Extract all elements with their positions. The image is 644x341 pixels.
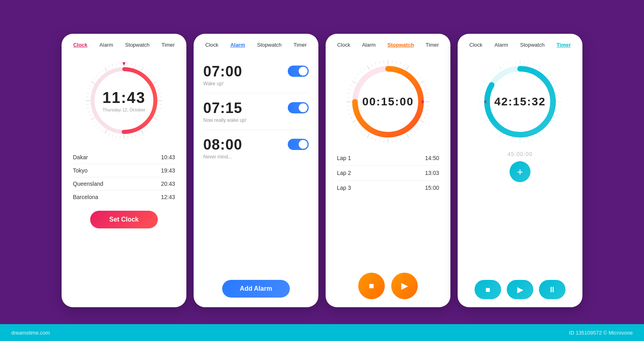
tab-alarm-timer[interactable]: Timer: [292, 41, 308, 49]
svg-line-173: [479, 97, 481, 98]
svg-line-184: [507, 62, 508, 65]
svg-line-155: [528, 140, 528, 142]
svg-line-117: [364, 68, 365, 70]
set-clock-button[interactable]: Set Clock: [90, 211, 158, 228]
tab-sw-clock[interactable]: Clock: [336, 41, 352, 49]
svg-line-107: [347, 106, 349, 106]
world-time-queensland: Queensland 20:43: [73, 177, 175, 191]
tab-clock-clock[interactable]: Clock: [72, 41, 89, 49]
svg-line-97: [371, 138, 372, 140]
svg-line-148: [552, 125, 554, 126]
svg-line-22: [151, 125, 153, 126]
svg-line-109: [347, 97, 349, 98]
city-time: 10:43: [161, 154, 175, 160]
svg-line-88: [407, 134, 409, 138]
svg-line-96: [375, 139, 376, 141]
lap-time-1: 14:50: [425, 155, 439, 161]
tab-timer-clock[interactable]: Clock: [468, 41, 484, 49]
svg-line-152: [539, 134, 541, 138]
svg-line-134: [546, 71, 548, 73]
timer-pause-button[interactable]: ⏸: [539, 280, 566, 299]
main-area: Clock Alarm Stopwatch Timer (function(){…: [54, 26, 590, 315]
svg-line-182: [500, 66, 502, 70]
svg-line-56: [108, 66, 109, 68]
svg-line-146: [556, 118, 558, 119]
timer-stop-button[interactable]: ■: [475, 280, 501, 299]
svg-marker-62: [122, 62, 126, 66]
svg-line-11: [157, 85, 159, 86]
svg-line-149: [549, 128, 551, 129]
timer-play-button[interactable]: ▶: [507, 280, 533, 299]
svg-line-181: [496, 68, 497, 70]
world-time-dakar: Dakar 10:43: [73, 151, 175, 164]
alarm-toggle-1[interactable]: [288, 66, 309, 77]
svg-line-19: [157, 115, 159, 116]
tab-alarm-clock[interactable]: Clock: [204, 41, 220, 49]
tab-timer-timer[interactable]: Timer: [555, 41, 572, 49]
city-name: Queensland: [73, 181, 103, 187]
tab-timer-stopwatch[interactable]: Stopwatch: [518, 41, 546, 49]
svg-line-179: [489, 74, 491, 76]
svg-line-178: [487, 78, 489, 79]
nav-tabs-timer: Clock Alarm Stopwatch Timer: [458, 34, 582, 52]
stopwatch-play-button[interactable]: ▶: [391, 273, 418, 299]
svg-line-139: [557, 89, 559, 90]
tab-sw-alarm[interactable]: Alarm: [360, 41, 377, 49]
svg-line-64: [392, 61, 392, 63]
svg-line-166: [487, 125, 489, 126]
watermark-bar: dreamstime.com ID 135109572 © Microvone: [0, 324, 644, 341]
svg-line-95: [380, 140, 380, 142]
svg-line-112: [350, 85, 353, 86]
svg-line-164: [492, 131, 494, 132]
svg-line-74: [424, 85, 426, 86]
svg-line-147: [552, 120, 556, 123]
add-timer-button[interactable]: +: [510, 161, 530, 182]
svg-line-128: [524, 61, 524, 63]
svg-line-71: [417, 74, 419, 76]
add-alarm-button[interactable]: Add Alarm: [222, 280, 290, 298]
svg-line-76: [426, 93, 429, 94]
svg-line-18: [158, 112, 161, 113]
tab-clock-alarm[interactable]: Alarm: [98, 41, 115, 49]
svg-line-13: [159, 92, 161, 93]
lap-label-3: Lap 3: [337, 185, 351, 191]
city-time: 19:43: [161, 167, 175, 174]
svg-line-114: [355, 78, 357, 79]
svg-line-111: [349, 89, 351, 90]
svg-line-29: [128, 136, 128, 139]
stop-icon: ■: [369, 281, 374, 291]
svg-line-186: [516, 61, 516, 63]
tab-alarm-stopwatch[interactable]: Stopwatch: [256, 41, 283, 49]
svg-line-151: [543, 134, 545, 136]
tab-sw-timer[interactable]: Timer: [424, 41, 441, 49]
tab-clock-timer[interactable]: Timer: [160, 41, 176, 49]
tab-sw-stopwatch[interactable]: Stopwatch: [386, 41, 416, 49]
svg-line-171: [479, 106, 481, 106]
play-icon: ▶: [401, 281, 408, 291]
plus-icon: +: [517, 166, 523, 178]
svg-line-158: [516, 141, 516, 143]
alarm-toggle-2[interactable]: [288, 102, 309, 113]
tab-alarm-alarm[interactable]: Alarm: [229, 41, 247, 49]
svg-line-85: [417, 128, 419, 129]
svg-line-118: [367, 66, 370, 70]
tab-clock-stopwatch[interactable]: Stopwatch: [124, 41, 151, 49]
alarm-item-3: 08:00 Never mind...: [203, 130, 309, 166]
svg-line-168: [482, 118, 485, 119]
svg-line-12: [158, 89, 161, 90]
svg-line-115: [357, 74, 359, 76]
tab-timer-alarm[interactable]: Alarm: [493, 41, 510, 49]
svg-line-87: [411, 134, 413, 136]
svg-line-84: [420, 125, 422, 126]
svg-line-106: [347, 110, 350, 110]
lap-row-2: Lap 2 13:03: [337, 166, 439, 181]
alarm-card: Clock Alarm Stopwatch Timer 07:00 Wake u…: [194, 34, 318, 307]
svg-line-55: [105, 68, 107, 72]
timer-card: Clock Alarm Stopwatch Timer (function(){…: [458, 34, 582, 307]
svg-line-122: [384, 61, 384, 63]
alarm-toggle-3[interactable]: [288, 139, 309, 150]
stopwatch-stop-button[interactable]: ■: [358, 273, 385, 299]
svg-line-59: [120, 63, 120, 65]
stopwatch-dial: (function(){ const svgNS="http://www.w3.…: [344, 58, 432, 146]
svg-line-103: [352, 120, 356, 123]
